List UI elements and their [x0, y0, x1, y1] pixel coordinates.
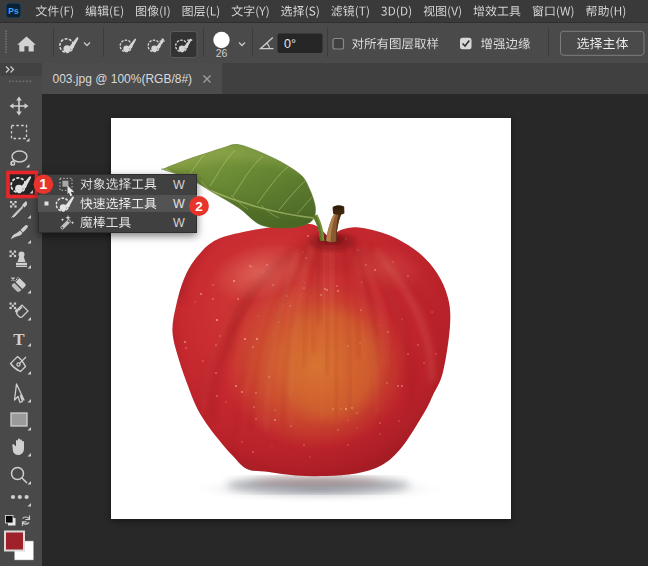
svg-text:T: T: [13, 330, 25, 349]
svg-text:0°: 0°: [284, 37, 296, 51]
svg-text:W: W: [173, 197, 185, 211]
svg-text:1: 1: [39, 176, 47, 192]
svg-text:2: 2: [195, 198, 203, 213]
svg-text:003.jpg @ 100%(RGB/8#): 003.jpg @ 100%(RGB/8#): [53, 72, 193, 86]
svg-text:W: W: [173, 178, 185, 192]
svg-text:26: 26: [216, 47, 228, 59]
svg-text:W: W: [173, 216, 185, 230]
